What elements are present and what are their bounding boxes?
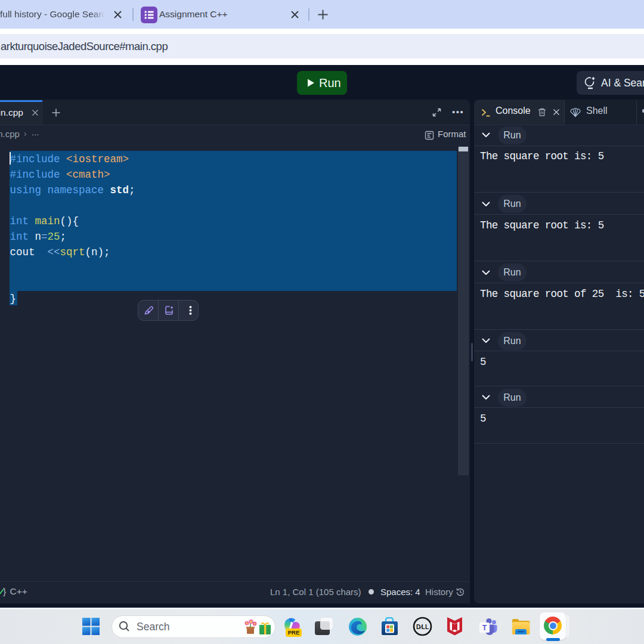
svg-text:D∕LL: D∕LL xyxy=(416,624,429,630)
svg-text:T: T xyxy=(482,624,487,632)
